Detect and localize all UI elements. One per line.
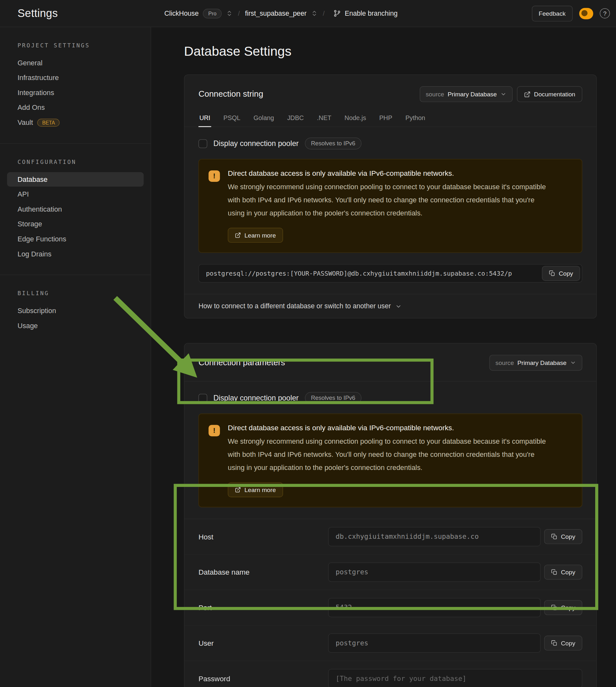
header-main: ClickHouse Pro / first_supabase_peer / E…: [151, 5, 616, 21]
source-select-value: Primary Database: [518, 359, 566, 366]
warning-content: Direct database access is only available…: [228, 423, 552, 497]
org-selector-icon[interactable]: [226, 10, 233, 17]
copy-label: Copy: [559, 270, 573, 277]
connection-uri-text: postgresql://postgres:[YOUR-PASSWORD]@db…: [206, 270, 542, 277]
warning-title: Direct database access is only available…: [228, 423, 552, 432]
sidebar-section-billing: BILLING Subscription Usage: [0, 275, 151, 347]
card-title: Connection parameters: [198, 358, 285, 368]
sidebar-item-label: Infrastructure: [18, 74, 59, 82]
external-link-icon: [235, 487, 241, 493]
tab-jdbc[interactable]: JDBC: [286, 111, 305, 127]
source-select[interactable]: source Primary Database: [489, 355, 582, 370]
field-row-host: Host db.cxhygiuitamxhniiddjm.supabase.co…: [184, 519, 596, 554]
connect-help-toggle[interactable]: How to connect to a different database o…: [184, 294, 596, 318]
page-title: Database Settings: [184, 44, 597, 59]
documentation-button[interactable]: Documentation: [517, 86, 582, 102]
field-row-port: Port 5432 Copy: [184, 590, 596, 625]
sidebar-item-integrations[interactable]: Integrations: [7, 86, 144, 100]
sidebar-item-label: Storage: [18, 220, 42, 228]
sidebar-section-configuration: CONFIGURATION Database API Authenticatio…: [0, 143, 151, 275]
main-content: Database Settings Connection string sour…: [151, 27, 616, 687]
sidebar-item-add-ons[interactable]: Add Ons: [7, 100, 144, 115]
tab-uri[interactable]: URI: [198, 111, 211, 127]
host-field[interactable]: db.cxhygiuitamxhniiddjm.supabase.co: [328, 527, 541, 546]
feedback-button[interactable]: Feedback: [532, 5, 573, 21]
tab-nodejs[interactable]: Node.js: [344, 111, 367, 127]
account-avatar[interactable]: [579, 8, 593, 19]
display-pooler-checkbox[interactable]: [198, 394, 207, 402]
language-tabs: URI PSQL Golang JDBC .NET Node.js PHP Py…: [184, 108, 596, 127]
sidebar-section-project-settings: PROJECT SETTINGS General Infrastructure …: [0, 27, 151, 143]
tab-golang[interactable]: Golang: [252, 111, 275, 127]
copy-database-name-button[interactable]: Copy: [544, 565, 582, 580]
connection-string-body: Display connection pooler Resolves to IP…: [184, 127, 596, 294]
sidebar-item-authentication[interactable]: Authentication: [7, 202, 144, 216]
copy-label: Copy: [561, 640, 575, 647]
sidebar-item-database[interactable]: Database: [7, 172, 144, 186]
learn-more-button[interactable]: Learn more: [228, 483, 283, 497]
pooler-row: Display connection pooler Resolves to IP…: [198, 138, 582, 150]
sidebar-item-edge-functions[interactable]: Edge Functions: [7, 232, 144, 246]
database-name-field[interactable]: postgres: [328, 562, 541, 582]
source-select-label: source: [426, 91, 444, 98]
learn-more-button[interactable]: Learn more: [228, 228, 283, 243]
sidebar-item-subscription[interactable]: Subscription: [7, 304, 144, 318]
user-field[interactable]: postgres: [328, 634, 541, 653]
copy-uri-button[interactable]: Copy: [542, 266, 580, 281]
display-pooler-checkbox[interactable]: [198, 139, 207, 148]
tab-psql[interactable]: PSQL: [222, 111, 241, 127]
breadcrumb-org[interactable]: ClickHouse: [164, 9, 198, 17]
card-actions: source Primary Database: [489, 355, 582, 370]
field-row-database-name: Database name postgres Copy: [184, 554, 596, 590]
breadcrumb-project[interactable]: first_supabase_peer: [245, 9, 306, 17]
alert-icon: !: [208, 425, 220, 436]
sidebar-item-label: Subscription: [18, 307, 56, 315]
sidebar-item-log-drains[interactable]: Log Drains: [7, 246, 144, 261]
sidebar-item-label: Log Drains: [18, 250, 51, 258]
connection-parameter-fields: Host db.cxhygiuitamxhniiddjm.supabase.co…: [184, 518, 596, 687]
tab-php[interactable]: PHP: [378, 111, 393, 127]
sidebar-item-general[interactable]: General: [7, 56, 144, 70]
source-select[interactable]: source Primary Database: [420, 86, 512, 102]
copy-host-button[interactable]: Copy: [544, 529, 582, 544]
ipv6-badge: Resolves to IPv6: [305, 138, 361, 150]
app-title: Settings: [18, 7, 151, 20]
tab-python[interactable]: Python: [405, 111, 426, 127]
connect-help-label: How to connect to a different database o…: [198, 302, 391, 310]
tab-dotnet[interactable]: .NET: [316, 111, 332, 127]
card-title: Connection string: [198, 89, 263, 99]
copy-port-button[interactable]: Copy: [544, 600, 582, 615]
section-title: BILLING: [0, 290, 151, 297]
breadcrumb: ClickHouse Pro / first_supabase_peer / E…: [164, 9, 398, 18]
copy-label: Copy: [561, 533, 575, 540]
sidebar-item-infrastructure[interactable]: Infrastructure: [7, 70, 144, 85]
breadcrumb-separator: /: [323, 9, 325, 17]
help-icon[interactable]: ?: [600, 8, 610, 18]
source-select-value: Primary Database: [447, 91, 497, 98]
section-title: CONFIGURATION: [0, 158, 151, 165]
sidebar-item-label: Integrations: [18, 89, 54, 97]
warning-body: We strongly recommend using connection p…: [228, 435, 552, 474]
alert-icon: !: [208, 170, 220, 182]
sidebar-item-vault[interactable]: Vault BETA: [7, 115, 144, 130]
sidebar-item-usage[interactable]: Usage: [7, 318, 144, 333]
chevron-down-icon: [570, 359, 576, 365]
copy-user-button[interactable]: Copy: [544, 636, 582, 651]
enable-branching-button[interactable]: Enable branching: [333, 9, 398, 17]
sidebar-item-api[interactable]: API: [7, 187, 144, 201]
enable-branching-label: Enable branching: [345, 9, 398, 17]
source-select-label: source: [496, 359, 514, 366]
connection-uri-field[interactable]: postgresql://postgres:[YOUR-PASSWORD]@db…: [198, 264, 582, 282]
settings-title-area: Settings: [0, 7, 151, 20]
sidebar-item-label: API: [18, 191, 29, 198]
port-field[interactable]: 5432: [328, 598, 541, 617]
project-selector-icon[interactable]: [311, 10, 317, 17]
ipv6-warning-panel: ! Direct database access is only availab…: [198, 414, 582, 507]
sidebar-item-storage[interactable]: Storage: [7, 217, 144, 231]
header-actions: Feedback ?: [532, 5, 610, 21]
password-field[interactable]: [The password for your database]: [328, 669, 582, 687]
external-link-icon: [524, 91, 530, 98]
field-label: Port: [198, 603, 328, 612]
warning-body: We strongly recommend using connection p…: [228, 181, 552, 220]
learn-more-label: Learn more: [245, 486, 276, 493]
